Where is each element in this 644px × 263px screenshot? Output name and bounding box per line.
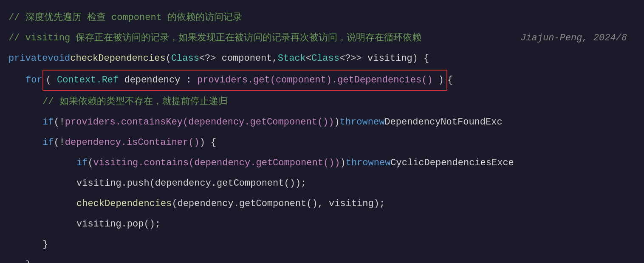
type-class1: Class [171, 49, 199, 68]
close-brace-13: } [25, 256, 31, 263]
visiting-contains: visiting.contains(dependency.getComponen… [93, 154, 340, 173]
exception-name-6: DependencyNotFoundExc [384, 113, 502, 132]
context-ref-type: Context.Ref [57, 75, 119, 85]
code-line-4: for ( Context.Ref dependency : providers… [0, 69, 644, 92]
type-class2: Class [311, 49, 339, 68]
keyword-new-8: new [374, 154, 391, 173]
for-paren-close: ) [438, 75, 444, 85]
recursive-params: (dependency.getComponent(), visiting); [172, 195, 385, 213]
visiting-push: visiting.push(dependency.getComponent())… [76, 174, 306, 193]
visiting-pop: visiting.pop(); [76, 215, 161, 234]
keyword-void: void [48, 49, 70, 68]
comment-text-1: // 深度优先遍历 检查 component 的依赖的访问记录 [8, 8, 242, 27]
keyword-throw-8: throw [346, 154, 374, 173]
type-stack: Stack [278, 49, 306, 68]
code-line-3: private void checkDependencies ( Class <… [0, 48, 644, 69]
method-checkDependencies: checkDependencies [70, 49, 165, 68]
dependency-isContainer: dependency.isContainer() [65, 133, 200, 152]
code-line-5: // 如果依赖的类型不存在，就提前停止递归 [0, 92, 644, 112]
keyword-for: for [25, 71, 42, 90]
code-line-13: } [0, 255, 644, 263]
keyword-if-7: if [42, 133, 54, 152]
if-paren-6: ) [334, 113, 340, 132]
comment-text-5: // 如果依赖的类型不存在，就提前停止递归 [42, 93, 228, 111]
if-condition-6: (! [54, 113, 65, 132]
close-brace-12: } [42, 235, 48, 254]
generic2: < [306, 49, 311, 68]
code-line-9: visiting.push(dependency.getComponent())… [0, 173, 644, 194]
keyword-throw-6: throw [340, 113, 368, 132]
keyword-private: private [8, 49, 48, 68]
if-condition-7: (! [54, 133, 65, 152]
comment-text-2: // visiting 保存正在被访问的记录，如果发现正在被访问的记录再次被访问… [8, 29, 421, 48]
code-line-8: if ( visiting.contains(dependency.getCom… [0, 153, 644, 173]
code-line-6: if (! providers.containsKey(dependency.g… [0, 112, 644, 133]
recursive-call: checkDependencies [76, 195, 172, 213]
if-brace-7: ) { [200, 133, 217, 152]
providers-call: providers.get(component).getDependencies… [197, 75, 433, 85]
for-loop-highlighted: ( Context.Ref dependency : providers.get… [42, 70, 447, 91]
code-line-7: if (! dependency.isContainer() ) { [0, 133, 644, 153]
keyword-if-8: if [76, 154, 88, 173]
method-params: ( [166, 49, 171, 68]
for-var: dependency : [124, 75, 197, 85]
code-editor: // 深度优先遍历 检查 component 的依赖的访问记录 // visit… [0, 0, 644, 263]
code-line-11: visiting.pop(); [0, 214, 644, 235]
generic1: <?> component, [199, 49, 278, 68]
for-brace: { [447, 71, 453, 90]
generic3: <?>> visiting) { [339, 49, 429, 68]
keyword-if-6: if [42, 113, 54, 132]
code-line-12: } [0, 235, 644, 255]
code-line-1: // 深度优先遍历 检查 component 的依赖的访问记录 [0, 8, 644, 28]
providers-containsKey: providers.containsKey(dependency.getComp… [65, 113, 334, 132]
for-paren-open: ( [46, 75, 51, 85]
author-annotation: Jiajun-Peng, 2024/8 [520, 29, 636, 48]
code-line-2: // visiting 保存正在被访问的记录，如果发现正在被访问的记录再次被访问… [0, 28, 644, 48]
code-line-10: checkDependencies (dependency.getCompone… [0, 194, 644, 214]
exception-name-8: CyclicDependenciesExce [390, 154, 514, 173]
if-paren-open-8: ( [88, 154, 93, 173]
keyword-new-6: new [368, 113, 385, 132]
if-paren-close-8: ) [340, 154, 346, 173]
